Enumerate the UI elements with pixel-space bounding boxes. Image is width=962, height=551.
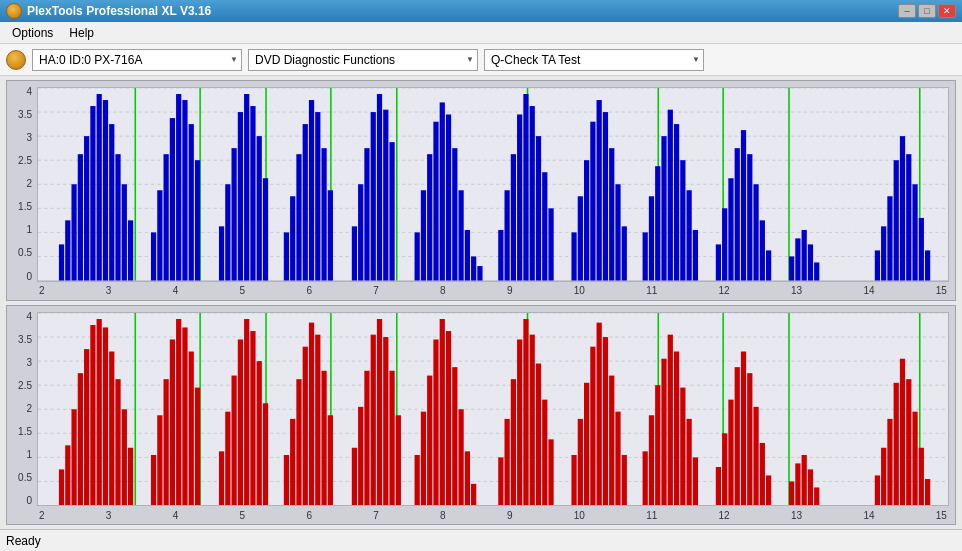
svg-rect-107 xyxy=(760,220,765,280)
y-label-05-top: 0.5 xyxy=(18,248,32,258)
svg-rect-224 xyxy=(722,433,727,505)
svg-rect-176 xyxy=(321,370,326,505)
test-select[interactable]: Q-Check TA Test xyxy=(484,49,704,71)
y-label-05-bot: 0.5 xyxy=(18,473,32,483)
svg-rect-117 xyxy=(894,160,899,280)
minimize-button[interactable]: – xyxy=(898,4,916,18)
svg-rect-226 xyxy=(735,367,740,505)
svg-rect-24 xyxy=(90,106,95,280)
svg-rect-57 xyxy=(364,148,369,280)
status-text: Ready xyxy=(6,534,41,548)
y-label-3-bot: 3 xyxy=(26,358,32,368)
function-select[interactable]: DVD Diagnostic Functions xyxy=(248,49,478,71)
svg-rect-28 xyxy=(115,154,120,280)
svg-rect-31 xyxy=(151,232,156,280)
svg-rect-87 xyxy=(603,112,608,280)
y-label-1-bot: 1 xyxy=(26,450,32,460)
svg-rect-106 xyxy=(753,184,758,280)
svg-rect-82 xyxy=(571,232,576,280)
svg-rect-217 xyxy=(661,358,666,505)
svg-rect-156 xyxy=(164,379,169,505)
svg-rect-164 xyxy=(232,375,237,505)
maximize-button[interactable]: □ xyxy=(918,4,936,18)
svg-rect-51 xyxy=(309,100,314,280)
svg-rect-41 xyxy=(232,148,237,280)
svg-rect-179 xyxy=(358,406,363,505)
svg-rect-63 xyxy=(421,190,426,280)
x-label-3-top: 3 xyxy=(106,285,112,296)
svg-rect-205 xyxy=(571,454,576,505)
svg-rect-172 xyxy=(296,379,301,505)
svg-rect-178 xyxy=(352,447,357,505)
y-label-4-top: 4 xyxy=(26,87,32,97)
x-label-13-top: 13 xyxy=(791,285,802,296)
function-select-wrapper[interactable]: DVD Diagnostic Functions xyxy=(248,49,478,71)
x-label-2-bot: 2 xyxy=(39,510,45,521)
svg-rect-120 xyxy=(912,184,917,280)
svg-rect-154 xyxy=(151,454,156,505)
x-label-7-bot: 7 xyxy=(373,510,379,521)
svg-rect-198 xyxy=(511,379,516,505)
svg-rect-238 xyxy=(881,447,886,505)
x-label-4-top: 4 xyxy=(173,285,179,296)
x-label-8-top: 8 xyxy=(440,285,446,296)
svg-rect-175 xyxy=(315,334,320,505)
svg-rect-195 xyxy=(471,483,476,505)
svg-rect-22 xyxy=(78,154,83,280)
svg-rect-220 xyxy=(680,387,685,505)
svg-rect-73 xyxy=(498,230,503,281)
svg-rect-142 xyxy=(59,469,64,505)
x-label-9-bot: 9 xyxy=(507,510,513,521)
x-label-12-bot: 12 xyxy=(719,510,730,521)
svg-rect-113 xyxy=(814,262,819,280)
menu-options[interactable]: Options xyxy=(4,24,61,42)
x-label-4-bot: 4 xyxy=(173,510,179,521)
svg-rect-229 xyxy=(753,406,758,505)
svg-rect-116 xyxy=(887,196,892,280)
svg-rect-74 xyxy=(505,190,510,280)
svg-rect-110 xyxy=(795,238,800,280)
test-select-wrapper[interactable]: Q-Check TA Test xyxy=(484,49,704,71)
drive-select[interactable]: HA:0 ID:0 PX-716A xyxy=(32,49,242,71)
y-label-2-top: 2 xyxy=(26,179,32,189)
x-label-11-bot: 11 xyxy=(646,510,657,521)
svg-rect-191 xyxy=(446,331,451,505)
svg-rect-43 xyxy=(244,94,249,280)
svg-rect-50 xyxy=(303,124,308,280)
drive-select-wrapper[interactable]: HA:0 ID:0 PX-716A xyxy=(32,49,242,71)
svg-rect-196 xyxy=(498,457,503,505)
svg-rect-66 xyxy=(440,102,445,280)
close-button[interactable]: ✕ xyxy=(938,4,956,18)
svg-rect-185 xyxy=(396,415,401,505)
svg-rect-225 xyxy=(728,399,733,505)
y-label-15-bot: 1.5 xyxy=(18,427,32,437)
svg-rect-61 xyxy=(389,142,394,280)
svg-rect-239 xyxy=(887,418,892,505)
svg-rect-211 xyxy=(609,375,614,505)
svg-rect-183 xyxy=(383,337,388,505)
svg-rect-97 xyxy=(680,160,685,280)
title-controls[interactable]: – □ ✕ xyxy=(898,4,956,18)
drive-icon xyxy=(6,50,26,70)
svg-rect-71 xyxy=(471,256,476,280)
svg-rect-19 xyxy=(59,244,64,280)
svg-rect-235 xyxy=(808,469,813,505)
svg-rect-49 xyxy=(296,154,301,280)
svg-rect-48 xyxy=(290,196,295,280)
svg-rect-25 xyxy=(97,94,102,280)
x-label-5-top: 5 xyxy=(240,285,246,296)
svg-rect-59 xyxy=(377,94,382,280)
svg-rect-85 xyxy=(590,122,595,281)
svg-rect-94 xyxy=(661,136,666,280)
menu-help[interactable]: Help xyxy=(61,24,102,42)
svg-rect-111 xyxy=(802,230,807,281)
svg-rect-98 xyxy=(687,190,692,280)
bottom-chart-container: 4 3.5 3 2.5 2 1.5 1 0.5 0 xyxy=(6,305,956,526)
y-label-25-bot: 2.5 xyxy=(18,381,32,391)
svg-rect-221 xyxy=(687,418,692,505)
svg-rect-151 xyxy=(115,379,120,505)
svg-rect-174 xyxy=(309,322,314,505)
svg-rect-206 xyxy=(578,418,583,505)
svg-rect-89 xyxy=(615,184,620,280)
svg-rect-227 xyxy=(741,351,746,505)
